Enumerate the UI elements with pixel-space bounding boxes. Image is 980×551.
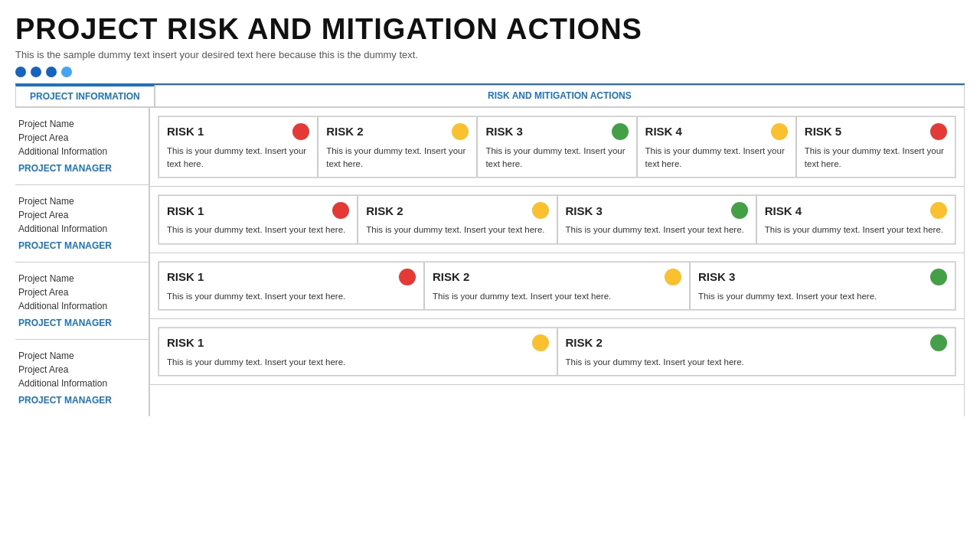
sidebar-row-1: Project NameProject AreaAdditional Infor… — [15, 108, 149, 185]
project-area-label: Project Area — [18, 364, 142, 375]
risk-description: This is your dummy text. Insert your tex… — [566, 223, 748, 236]
project-area-label: Project Area — [18, 132, 142, 143]
risk-header: RISK 3 — [485, 123, 628, 140]
risk-cell-2-1: RISK 1This is your dummy text. Insert yo… — [158, 195, 358, 243]
risk-cell-1-1: RISK 1This is your dummy text. Insert yo… — [158, 116, 318, 178]
project-name-label: Project Name — [18, 273, 142, 284]
risk-header: RISK 1 — [167, 123, 309, 140]
tab-project-info[interactable]: PROJECT INFORMATION — [15, 85, 155, 107]
risk-indicator-red — [930, 123, 947, 140]
sidebar: Project NameProject AreaAdditional Infor… — [15, 108, 149, 416]
risk-row-2: RISK 1This is your dummy text. Insert yo… — [150, 187, 964, 253]
risk-description: This is your dummy text. Insert your tex… — [326, 145, 469, 171]
dot-2 — [31, 67, 41, 77]
risk-description: This is your dummy text. Insert your tex… — [167, 145, 309, 171]
risk-header: RISK 4 — [765, 202, 947, 219]
risk-description: This is your dummy text. Insert your tex… — [167, 290, 416, 303]
project-name-label: Project Name — [18, 196, 142, 207]
risk-title: RISK 3 — [566, 204, 603, 217]
dot-4 — [61, 67, 72, 77]
risk-header: RISK 3 — [698, 269, 947, 285]
risk-description: This is your dummy text. Insert your tex… — [645, 145, 788, 171]
sidebar-row-3: Project NameProject AreaAdditional Infor… — [15, 262, 149, 340]
risk-grid-3: RISK 1This is your dummy text. Insert yo… — [158, 261, 956, 311]
risk-cell-2-4: RISK 4This is your dummy text. Insert yo… — [756, 195, 956, 243]
risk-title: RISK 3 — [485, 125, 522, 138]
tab-risk-actions[interactable]: RISK AND MITIGATION ACTIONS — [155, 85, 965, 107]
risk-cell-2-2: RISK 2This is your dummy text. Insert yo… — [358, 195, 557, 243]
risk-description: This is your dummy text. Insert your tex… — [566, 356, 948, 369]
risk-cell-3-1: RISK 1This is your dummy text. Insert yo… — [158, 262, 424, 310]
risk-header: RISK 3 — [566, 202, 748, 219]
risk-title: RISK 2 — [566, 336, 603, 349]
risk-title: RISK 1 — [167, 204, 204, 217]
risk-indicator-red — [399, 269, 416, 285]
risk-grid-4: RISK 1This is your dummy text. Insert yo… — [158, 327, 956, 377]
project-name-label: Project Name — [18, 119, 142, 129]
risk-cell-1-5: RISK 5This is your dummy text. Insert yo… — [796, 116, 956, 178]
risk-indicator-yellow — [930, 202, 947, 219]
risk-cell-1-2: RISK 2This is your dummy text. Insert yo… — [318, 116, 477, 178]
risk-indicator-green — [930, 334, 947, 351]
risk-title: RISK 2 — [326, 125, 363, 138]
risk-grid-2: RISK 1This is your dummy text. Insert yo… — [158, 194, 956, 244]
risk-cell-1-3: RISK 3This is your dummy text. Insert yo… — [477, 116, 636, 178]
risk-title: RISK 1 — [167, 336, 204, 349]
risk-title: RISK 1 — [167, 125, 204, 138]
risk-indicator-yellow — [532, 334, 549, 351]
page-header: PROJECT RISK AND MITIGATION ACTIONS This… — [0, 0, 980, 85]
risk-header: RISK 5 — [805, 123, 947, 140]
risk-indicator-yellow — [771, 123, 788, 140]
dot-3 — [46, 67, 57, 77]
additional-info-label: Additional Information — [18, 378, 142, 389]
page-subtitle: This is the sample dummy text insert you… — [15, 49, 965, 60]
risk-title: RISK 2 — [366, 204, 403, 217]
project-manager-label[interactable]: PROJECT MANAGER — [18, 395, 142, 406]
risk-indicator-yellow — [532, 202, 549, 219]
risk-grid-1: RISK 1This is your dummy text. Insert yo… — [158, 116, 956, 179]
project-manager-label[interactable]: PROJECT MANAGER — [18, 318, 142, 328]
risk-cell-4-1: RISK 1This is your dummy text. Insert yo… — [158, 328, 557, 376]
dot-1 — [15, 67, 26, 77]
main-content: Project NameProject AreaAdditional Infor… — [0, 108, 980, 416]
additional-info-label: Additional Information — [18, 301, 142, 311]
risk-row-1: RISK 1This is your dummy text. Insert yo… — [150, 108, 964, 187]
risk-description: This is your dummy text. Insert your tex… — [485, 145, 628, 171]
risk-indicator-green — [930, 269, 947, 285]
risk-title: RISK 3 — [698, 270, 735, 283]
risk-indicator-yellow — [665, 269, 681, 285]
risk-cell-2-3: RISK 3This is your dummy text. Insert yo… — [557, 195, 756, 243]
risk-description: This is your dummy text. Insert your tex… — [433, 290, 681, 303]
risk-header: RISK 1 — [167, 334, 549, 351]
risk-row-3: RISK 1This is your dummy text. Insert yo… — [150, 253, 964, 319]
risk-description: This is your dummy text. Insert your tex… — [765, 223, 947, 236]
risk-title: RISK 2 — [433, 270, 469, 283]
project-manager-label[interactable]: PROJECT MANAGER — [18, 163, 142, 174]
risk-description: This is your dummy text. Insert your tex… — [366, 223, 548, 236]
risk-header: RISK 2 — [433, 269, 681, 285]
risk-cell-1-4: RISK 4This is your dummy text. Insert yo… — [637, 116, 796, 178]
risk-header: RISK 1 — [167, 202, 349, 219]
risk-title: RISK 5 — [805, 125, 841, 138]
sidebar-row-4: Project NameProject AreaAdditional Infor… — [15, 340, 149, 416]
risk-description: This is your dummy text. Insert your tex… — [698, 290, 947, 303]
project-manager-label[interactable]: PROJECT MANAGER — [18, 240, 142, 251]
risk-description: This is your dummy text. Insert your tex… — [167, 356, 549, 369]
project-name-label: Project Name — [18, 350, 142, 361]
risk-header: RISK 4 — [645, 123, 788, 140]
risk-cell-3-3: RISK 3This is your dummy text. Insert yo… — [690, 262, 956, 310]
risk-row-4: RISK 1This is your dummy text. Insert yo… — [150, 319, 964, 385]
risk-title: RISK 4 — [645, 125, 682, 138]
additional-info-label: Additional Information — [18, 223, 142, 234]
risk-indicator-red — [292, 123, 309, 140]
page-title: PROJECT RISK AND MITIGATION ACTIONS — [15, 14, 965, 46]
risk-description: This is your dummy text. Insert your tex… — [805, 145, 947, 171]
dot-indicators — [15, 67, 965, 77]
risk-header: RISK 2 — [326, 123, 469, 140]
risk-indicator-green — [731, 202, 748, 219]
sidebar-row-2: Project NameProject AreaAdditional Infor… — [15, 185, 149, 262]
risk-title: RISK 4 — [765, 204, 802, 217]
project-area-label: Project Area — [18, 210, 142, 220]
risk-indicator-green — [612, 123, 629, 140]
content-area: RISK 1This is your dummy text. Insert yo… — [149, 108, 965, 416]
